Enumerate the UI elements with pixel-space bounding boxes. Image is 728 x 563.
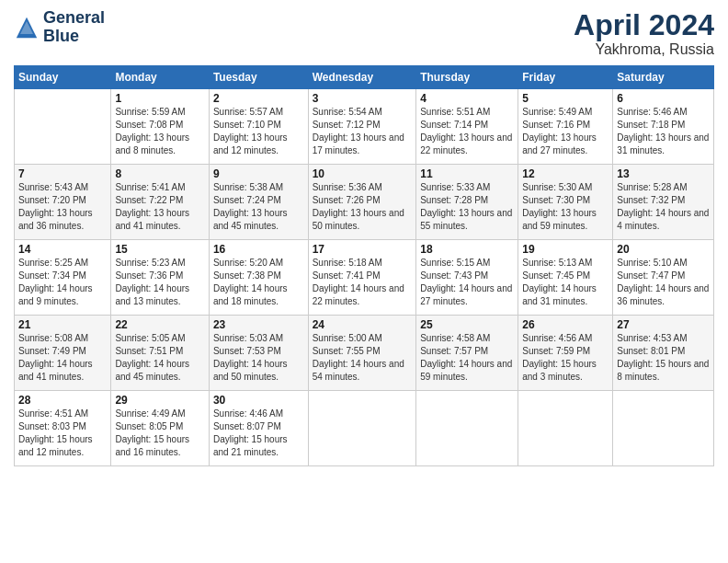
day-number: 15 (115, 243, 204, 256)
calendar-cell: 12Sunrise: 5:30 AM Sunset: 7:30 PM Dayli… (518, 165, 613, 240)
calendar-cell: 9Sunrise: 5:38 AM Sunset: 7:24 PM Daylig… (209, 165, 308, 240)
calendar-cell (613, 391, 714, 466)
day-info: Sunrise: 5:54 AM Sunset: 7:12 PM Dayligh… (313, 106, 413, 157)
day-info: Sunrise: 5:33 AM Sunset: 7:28 PM Dayligh… (420, 181, 514, 233)
day-number: 13 (617, 167, 710, 180)
day-number: 24 (313, 318, 413, 331)
day-number: 6 (617, 92, 710, 105)
calendar-cell: 24Sunrise: 5:00 AM Sunset: 7:55 PM Dayli… (308, 316, 416, 391)
calendar-cell: 2Sunrise: 5:57 AM Sunset: 7:10 PM Daylig… (209, 89, 308, 165)
calendar-cell: 27Sunrise: 4:53 AM Sunset: 8:01 PM Dayli… (613, 316, 714, 391)
day-info: Sunrise: 5:23 AM Sunset: 7:36 PM Dayligh… (115, 257, 204, 308)
day-info: Sunrise: 5:20 AM Sunset: 7:38 PM Dayligh… (213, 257, 304, 308)
day-info: Sunrise: 5:38 AM Sunset: 7:24 PM Dayligh… (213, 181, 304, 233)
day-number: 27 (617, 318, 710, 331)
day-info: Sunrise: 4:53 AM Sunset: 8:01 PM Dayligh… (617, 332, 710, 384)
calendar-cell: 1Sunrise: 5:59 AM Sunset: 7:08 PM Daylig… (111, 89, 209, 165)
day-number: 16 (213, 243, 304, 256)
calendar-cell: 14Sunrise: 5:25 AM Sunset: 7:34 PM Dayli… (15, 240, 111, 316)
day-info: Sunrise: 5:28 AM Sunset: 7:32 PM Dayligh… (617, 181, 710, 233)
header: General Blue April 2024 Yakhroma, Russia (14, 9, 714, 58)
calendar-cell: 16Sunrise: 5:20 AM Sunset: 7:38 PM Dayli… (209, 240, 308, 316)
day-info: Sunrise: 5:41 AM Sunset: 7:22 PM Dayligh… (115, 181, 204, 233)
day-info: Sunrise: 5:57 AM Sunset: 7:10 PM Dayligh… (213, 106, 304, 157)
calendar-cell: 22Sunrise: 5:05 AM Sunset: 7:51 PM Dayli… (111, 316, 209, 391)
calendar-cell: 26Sunrise: 4:56 AM Sunset: 7:59 PM Dayli… (518, 316, 613, 391)
logo-line2: Blue (43, 28, 105, 46)
day-info: Sunrise: 4:49 AM Sunset: 8:05 PM Dayligh… (115, 408, 204, 459)
calendar-cell: 23Sunrise: 5:03 AM Sunset: 7:53 PM Dayli… (209, 316, 308, 391)
calendar-cell: 13Sunrise: 5:28 AM Sunset: 7:32 PM Dayli… (613, 165, 714, 240)
calendar-table: Sunday Monday Tuesday Wednesday Thursday… (14, 65, 714, 466)
day-number: 5 (522, 92, 609, 105)
day-number: 17 (313, 243, 413, 256)
day-info: Sunrise: 4:58 AM Sunset: 7:57 PM Dayligh… (420, 332, 514, 384)
day-info: Sunrise: 5:03 AM Sunset: 7:53 PM Dayligh… (213, 332, 304, 384)
location: Yakhroma, Russia (574, 41, 714, 58)
day-info: Sunrise: 4:56 AM Sunset: 7:59 PM Dayligh… (522, 332, 609, 384)
day-number: 26 (522, 318, 609, 331)
calendar-cell: 4Sunrise: 5:51 AM Sunset: 7:14 PM Daylig… (416, 89, 518, 165)
calendar-cell: 28Sunrise: 4:51 AM Sunset: 8:03 PM Dayli… (15, 391, 111, 466)
logo: General Blue (14, 9, 105, 46)
logo-text: General Blue (43, 9, 105, 46)
day-number: 22 (115, 318, 204, 331)
day-number: 21 (18, 318, 107, 331)
col-friday: Friday (518, 66, 613, 89)
day-info: Sunrise: 5:30 AM Sunset: 7:30 PM Dayligh… (522, 181, 609, 233)
day-info: Sunrise: 5:51 AM Sunset: 7:14 PM Dayligh… (420, 106, 514, 157)
day-number: 2 (213, 92, 304, 105)
week-row-1: 7Sunrise: 5:43 AM Sunset: 7:20 PM Daylig… (15, 165, 714, 240)
col-sunday: Sunday (15, 66, 111, 89)
calendar-cell: 19Sunrise: 5:13 AM Sunset: 7:45 PM Dayli… (518, 240, 613, 316)
day-number: 8 (115, 167, 204, 180)
day-number: 3 (313, 92, 413, 105)
calendar-cell (308, 391, 416, 466)
week-row-2: 14Sunrise: 5:25 AM Sunset: 7:34 PM Dayli… (15, 240, 714, 316)
day-number: 7 (18, 167, 107, 180)
calendar-cell: 3Sunrise: 5:54 AM Sunset: 7:12 PM Daylig… (308, 89, 416, 165)
day-info: Sunrise: 5:46 AM Sunset: 7:18 PM Dayligh… (617, 106, 710, 157)
calendar-cell (518, 391, 613, 466)
day-info: Sunrise: 5:59 AM Sunset: 7:08 PM Dayligh… (115, 106, 204, 157)
calendar-cell: 20Sunrise: 5:10 AM Sunset: 7:47 PM Dayli… (613, 240, 714, 316)
day-info: Sunrise: 5:36 AM Sunset: 7:26 PM Dayligh… (313, 181, 413, 233)
calendar-header: Sunday Monday Tuesday Wednesday Thursday… (15, 66, 714, 89)
day-info: Sunrise: 5:13 AM Sunset: 7:45 PM Dayligh… (522, 257, 609, 308)
calendar-cell (416, 391, 518, 466)
calendar-cell: 29Sunrise: 4:49 AM Sunset: 8:05 PM Dayli… (111, 391, 209, 466)
day-info: Sunrise: 5:10 AM Sunset: 7:47 PM Dayligh… (617, 257, 710, 308)
day-number: 9 (213, 167, 304, 180)
col-thursday: Thursday (416, 66, 518, 89)
day-info: Sunrise: 5:43 AM Sunset: 7:20 PM Dayligh… (18, 181, 107, 233)
col-monday: Monday (111, 66, 209, 89)
calendar-cell: 18Sunrise: 5:15 AM Sunset: 7:43 PM Dayli… (416, 240, 518, 316)
day-info: Sunrise: 5:18 AM Sunset: 7:41 PM Dayligh… (313, 257, 413, 308)
calendar-cell: 5Sunrise: 5:49 AM Sunset: 7:16 PM Daylig… (518, 89, 613, 165)
day-number: 30 (213, 394, 304, 407)
day-info: Sunrise: 5:08 AM Sunset: 7:49 PM Dayligh… (18, 332, 107, 384)
day-info: Sunrise: 4:46 AM Sunset: 8:07 PM Dayligh… (213, 408, 304, 459)
day-number: 28 (18, 394, 107, 407)
day-number: 23 (213, 318, 304, 331)
day-info: Sunrise: 5:49 AM Sunset: 7:16 PM Dayligh… (522, 106, 609, 157)
calendar-cell: 25Sunrise: 4:58 AM Sunset: 7:57 PM Dayli… (416, 316, 518, 391)
day-info: Sunrise: 5:00 AM Sunset: 7:55 PM Dayligh… (313, 332, 413, 384)
day-number: 29 (115, 394, 204, 407)
calendar-cell: 15Sunrise: 5:23 AM Sunset: 7:36 PM Dayli… (111, 240, 209, 316)
title-block: April 2024 Yakhroma, Russia (574, 9, 714, 58)
day-number: 12 (522, 167, 609, 180)
header-row: Sunday Monday Tuesday Wednesday Thursday… (15, 66, 714, 89)
week-row-0: 1Sunrise: 5:59 AM Sunset: 7:08 PM Daylig… (15, 89, 714, 165)
col-saturday: Saturday (613, 66, 714, 89)
main-container: General Blue April 2024 Yakhroma, Russia… (0, 0, 728, 476)
calendar-cell: 8Sunrise: 5:41 AM Sunset: 7:22 PM Daylig… (111, 165, 209, 240)
day-number: 11 (420, 167, 514, 180)
day-info: Sunrise: 4:51 AM Sunset: 8:03 PM Dayligh… (18, 408, 107, 459)
day-info: Sunrise: 5:15 AM Sunset: 7:43 PM Dayligh… (420, 257, 514, 308)
calendar-cell: 30Sunrise: 4:46 AM Sunset: 8:07 PM Dayli… (209, 391, 308, 466)
day-number: 20 (617, 243, 710, 256)
month-title: April 2024 (574, 9, 714, 41)
day-info: Sunrise: 5:05 AM Sunset: 7:51 PM Dayligh… (115, 332, 204, 384)
calendar-cell: 10Sunrise: 5:36 AM Sunset: 7:26 PM Dayli… (308, 165, 416, 240)
